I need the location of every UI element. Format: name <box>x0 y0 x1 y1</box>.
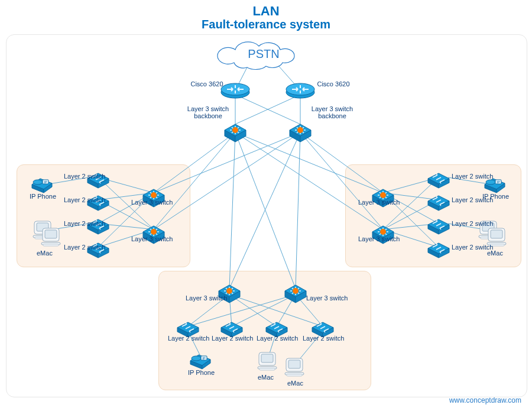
l3-label: Layer 3 switch <box>131 199 173 206</box>
l3-label: Layer 3 switch <box>306 294 348 302</box>
ipphone-label: IP Phone <box>30 193 56 200</box>
title-line1: LAN <box>0 4 532 19</box>
l3-label: Layer 3 switch <box>186 294 227 302</box>
l3-label: Layer 3 switch <box>358 235 400 242</box>
credit-link[interactable]: www.conceptdraw.com <box>449 396 521 404</box>
l3-label: Layer 3 switch <box>131 235 173 242</box>
l2-label: Layer 2 switch <box>452 173 493 180</box>
l2-label: Layer 2 switch <box>64 173 105 180</box>
l3backbone-label: Layer 3 switch backbone <box>184 105 232 119</box>
l2-label: Layer 2 switch <box>64 196 105 203</box>
l2-label: Layer 2 switch <box>64 220 105 227</box>
l2-label: Layer 2 switch <box>212 335 253 342</box>
title-line2: Fault-tolerance system <box>0 18 532 31</box>
emac-label: eMac <box>258 374 274 381</box>
diagram-title: LAN Fault-tolerance system <box>0 4 532 31</box>
l2-label: Layer 2 switch <box>452 220 493 227</box>
l2-label: Layer 2 switch <box>64 244 105 251</box>
ipphone-label: IP Phone <box>482 193 509 200</box>
l2-label: Layer 2 switch <box>257 335 298 342</box>
emac-label: eMac <box>287 380 303 387</box>
l3backbone-label: Layer 3 switch backbone <box>309 105 356 119</box>
emac-label: eMac <box>37 250 53 257</box>
router-label: Cisco 3620 <box>316 80 351 88</box>
cloud-label: PSTN <box>235 47 292 61</box>
l2-label: Layer 2 switch <box>303 335 344 342</box>
ipphone-label: IP Phone <box>188 369 215 376</box>
l3-label: Layer 3 switch <box>358 199 400 206</box>
emac-label: eMac <box>487 250 503 257</box>
l2-label: Layer 2 switch <box>168 335 209 342</box>
router-label: Cisco 3620 <box>189 80 225 88</box>
